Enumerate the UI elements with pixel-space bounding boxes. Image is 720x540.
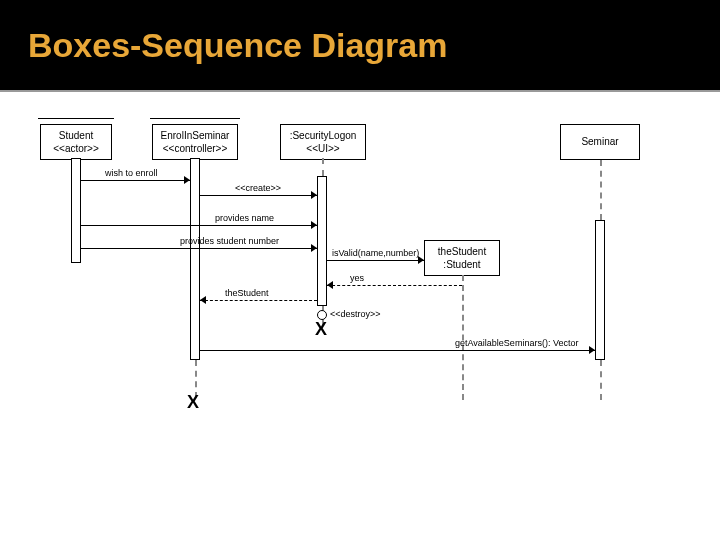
enroll-topbar <box>150 118 240 119</box>
m4-label: provides student number <box>180 236 279 246</box>
m6-head <box>327 281 333 289</box>
m4-head <box>311 244 317 252</box>
m9-arrow <box>200 350 595 351</box>
seminar-box: Seminar <box>560 124 640 160</box>
m3-head <box>311 221 317 229</box>
student-stereotype: <<actor>> <box>47 142 105 155</box>
m8-label: <<destroy>> <box>330 309 381 319</box>
student-name: Student <box>47 129 105 142</box>
m1-label: wish to enroll <box>105 168 158 178</box>
security-box: :SecurityLogon <<UI>> <box>280 124 366 160</box>
security-activation <box>317 176 327 306</box>
enroll-activation <box>190 158 200 360</box>
m2-head <box>311 191 317 199</box>
security-stereotype: <<UI>> <box>287 142 359 155</box>
m3-label: provides name <box>215 213 274 223</box>
slide-header: Boxes-Sequence Diagram <box>0 0 720 90</box>
m3-arrow <box>81 225 317 226</box>
thestudent-type: :Student <box>431 258 493 271</box>
enroll-destroy-x: X <box>187 392 199 413</box>
security-lifeline <box>322 158 324 176</box>
m5-label: isValid(name,number) <box>332 248 419 258</box>
seminar-name: Seminar <box>567 135 633 148</box>
student-box: Student <<actor>> <box>40 124 112 160</box>
seminar-lifeline <box>600 160 602 220</box>
m1-head <box>184 176 190 184</box>
security-destroy-x: X <box>315 319 327 340</box>
m7-arrow <box>200 300 317 301</box>
m4-arrow <box>81 248 317 249</box>
enroll-name: EnrolInSeminar <box>159 129 231 142</box>
thestudent-name: theStudent <box>431 245 493 258</box>
seminar-activation <box>595 220 605 360</box>
seminar-lifeline2 <box>600 360 602 400</box>
student-activation <box>71 158 81 263</box>
m9-label: getAvailableSeminars(): Vector <box>455 338 578 348</box>
m2-arrow <box>200 195 317 196</box>
m5-arrow <box>327 260 424 261</box>
student-topbar <box>38 118 114 119</box>
enroll-box: EnrolInSeminar <<controller>> <box>152 124 238 160</box>
header-underline <box>0 90 720 92</box>
thestudent-box: theStudent :Student <box>424 240 500 276</box>
m7-label: theStudent <box>225 288 269 298</box>
m6-label: yes <box>350 273 364 283</box>
m7-head <box>200 296 206 304</box>
m6-arrow <box>327 285 462 286</box>
m2-label: <<create>> <box>235 183 281 193</box>
m9-head <box>589 346 595 354</box>
enroll-stereotype: <<controller>> <box>159 142 231 155</box>
slide-title: Boxes-Sequence Diagram <box>28 26 448 65</box>
sequence-diagram: Student <<actor>> EnrolInSeminar <<contr… <box>0 100 720 440</box>
security-name: :SecurityLogon <box>287 129 359 142</box>
m1-arrow <box>81 180 190 181</box>
